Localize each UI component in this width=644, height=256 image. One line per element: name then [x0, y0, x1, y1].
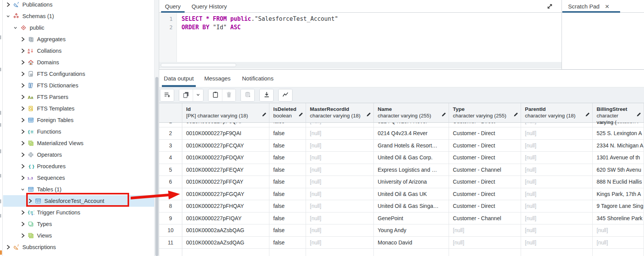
- column-header-billingstreet[interactable]: BillingStreetcharacter varying (: [593, 103, 644, 123]
- data-cell[interactable]: Express Logistics and …: [374, 164, 449, 176]
- data-cell[interactable]: 0010K0000227pFHQAY: [182, 200, 269, 212]
- chevron-right-icon[interactable]: [20, 129, 26, 135]
- chevron-right-icon[interactable]: [27, 198, 33, 204]
- tab-query[interactable]: Query: [160, 0, 185, 13]
- data-cell[interactable]: 0010K0000227pFIQAY: [182, 212, 269, 225]
- data-cell[interactable]: Customer - Direct: [449, 152, 521, 164]
- data-cell[interactable]: [null]: [449, 237, 521, 249]
- chevron-right-icon[interactable]: [20, 59, 26, 65]
- tab-messages[interactable]: Messages: [204, 70, 230, 87]
- data-cell[interactable]: Kings Park, 17th A: [593, 188, 644, 201]
- row-number-cell[interactable]: 2: [159, 127, 182, 140]
- tab-notifications[interactable]: Notifications: [242, 70, 274, 87]
- copy-button[interactable]: [179, 89, 193, 101]
- chevron-right-icon[interactable]: [20, 48, 26, 54]
- paste-button[interactable]: [209, 89, 222, 101]
- sql-line[interactable]: ORDER BY "Id" ASC: [182, 23, 338, 32]
- data-cell[interactable]: false: [269, 164, 306, 176]
- chevron-right-icon[interactable]: [5, 2, 11, 8]
- chevron-right-icon[interactable]: [20, 209, 26, 216]
- data-cell[interactable]: Customer - Direct: [449, 140, 521, 152]
- data-cell[interactable]: false: [269, 176, 306, 188]
- data-cell[interactable]: [null]: [306, 237, 374, 249]
- tree-item-aggregates[interactable]: Aggregates: [3, 33, 154, 45]
- data-cell[interactable]: Customer - Direct: [449, 200, 521, 212]
- tree-item-foreign-tables[interactable]: Foreign Tables: [3, 114, 154, 126]
- data-cell[interactable]: 888 N Euclid Hallis: [593, 176, 644, 188]
- data-cell[interactable]: 0010K00002aAZsbQAG: [182, 224, 269, 237]
- add-row-button[interactable]: [160, 89, 174, 101]
- tree-item-materialized-views[interactable]: Materialized Views: [3, 137, 154, 149]
- chevron-right-icon[interactable]: [20, 82, 26, 89]
- row-number-cell[interactable]: 8: [159, 200, 182, 212]
- sidebar-scrollbar-thumb[interactable]: [155, 77, 158, 256]
- close-icon[interactable]: ×: [605, 3, 609, 10]
- row-number-cell[interactable]: 4: [159, 152, 182, 164]
- tree-item-fts-dictionaries[interactable]: FTS Dictionaries: [3, 80, 154, 91]
- sql-code[interactable]: SELECT * FROM public."SalesforceTest_Acc…: [177, 13, 338, 62]
- chevron-right-icon[interactable]: [20, 152, 26, 158]
- tree-item-sequences[interactable]: 1..3Sequences: [3, 172, 154, 184]
- data-cell[interactable]: 2334 N. Michigan A: [593, 140, 644, 152]
- data-cell[interactable]: 0010K0000227pFCQAY: [182, 140, 269, 152]
- tree-item-fts-templates[interactable]: FTS Templates: [3, 103, 154, 114]
- chevron-down-icon[interactable]: [20, 186, 26, 192]
- save-results-to-file-button[interactable]: [260, 89, 273, 101]
- copy-options-button[interactable]: [193, 89, 203, 101]
- data-cell[interactable]: University of Arizona: [374, 176, 449, 188]
- grid-corner-cell[interactable]: [159, 103, 182, 123]
- data-cell[interactable]: Customer - Direct: [449, 176, 521, 188]
- data-cell[interactable]: Customer - Direct: [449, 127, 521, 140]
- tree-item-fts-configurations[interactable]: FTS Configurations: [3, 68, 154, 80]
- data-cell[interactable]: 620 SW 5th Avenu: [593, 164, 644, 176]
- tree-item-functions[interactable]: {≡}Functions: [3, 126, 154, 137]
- tree-item-fts-parsers[interactable]: AaFTS Parsers: [3, 91, 154, 103]
- data-cell[interactable]: [null]: [306, 140, 374, 152]
- chevron-right-icon[interactable]: [20, 221, 26, 227]
- chevron-right-icon[interactable]: [20, 233, 26, 239]
- chevron-right-icon[interactable]: [5, 244, 11, 250]
- chevron-right-icon[interactable]: [20, 36, 26, 42]
- chevron-right-icon[interactable]: [20, 163, 26, 169]
- data-cell[interactable]: [null]: [449, 224, 521, 237]
- data-cell[interactable]: 0214 Q4v23.4 Rever: [374, 127, 449, 140]
- data-cell[interactable]: [null]: [521, 164, 593, 176]
- data-cell[interactable]: [null]: [306, 152, 374, 164]
- data-cell[interactable]: [null]: [306, 200, 374, 212]
- data-cell[interactable]: false: [269, 140, 306, 152]
- tree-item-trigger-functions[interactable]: {≡}Trigger Functions: [3, 207, 154, 218]
- chevron-right-icon[interactable]: [20, 94, 26, 100]
- tree-item-views[interactable]: Views: [3, 230, 154, 241]
- editor-hscroll-thumb[interactable]: [161, 63, 236, 67]
- chevron-down-icon[interactable]: [5, 13, 11, 19]
- data-cell[interactable]: Customer - Direct: [449, 188, 521, 201]
- data-cell[interactable]: false: [269, 200, 306, 212]
- data-cell[interactable]: 9 Tagore Lane Sing: [593, 200, 644, 212]
- data-cell[interactable]: [null]: [521, 237, 593, 249]
- column-header-id[interactable]: Id[PK] character varying (18): [182, 103, 269, 123]
- data-cell[interactable]: United Oil & Gas UK: [374, 188, 449, 201]
- data-cell[interactable]: false: [269, 212, 306, 225]
- row-number-cell[interactable]: 5: [159, 164, 182, 176]
- data-cell[interactable]: Young Andy: [374, 224, 449, 237]
- column-header-masterrecordid[interactable]: MasterRecordIdcharacter varying (18): [306, 103, 374, 123]
- data-cell[interactable]: 0010K0000227pFFQAY: [182, 176, 269, 188]
- data-cell[interactable]: 0010K0000227pFDQAY: [182, 152, 269, 164]
- tab-data-output[interactable]: Data output: [164, 70, 194, 87]
- tree-item-subscriptions[interactable]: Subscriptions: [3, 241, 154, 253]
- data-cell[interactable]: [null]: [306, 176, 374, 188]
- tree-item-publications[interactable]: Publications: [3, 0, 154, 10]
- editor-horizontal-scrollbar[interactable]: [159, 62, 562, 69]
- chevron-right-icon[interactable]: [20, 140, 26, 146]
- sql-line[interactable]: SELECT * FROM public."SalesforceTest_Acc…: [182, 15, 338, 23]
- data-cell[interactable]: 0010K0000227pFGQAY: [182, 188, 269, 201]
- row-number-cell[interactable]: 9: [159, 212, 182, 225]
- data-cell[interactable]: 0010K0000227pFEQAY: [182, 164, 269, 176]
- expand-panel-icon[interactable]: [546, 3, 554, 10]
- data-cell[interactable]: [null]: [521, 200, 593, 212]
- chevron-down-icon[interactable]: [12, 25, 18, 31]
- data-cell[interactable]: [null]: [306, 212, 374, 225]
- data-cell[interactable]: [null]: [306, 188, 374, 201]
- data-cell[interactable]: 1301 Avenue of th: [593, 152, 644, 164]
- data-cell[interactable]: 0010K0000227pF9QAI: [182, 127, 269, 140]
